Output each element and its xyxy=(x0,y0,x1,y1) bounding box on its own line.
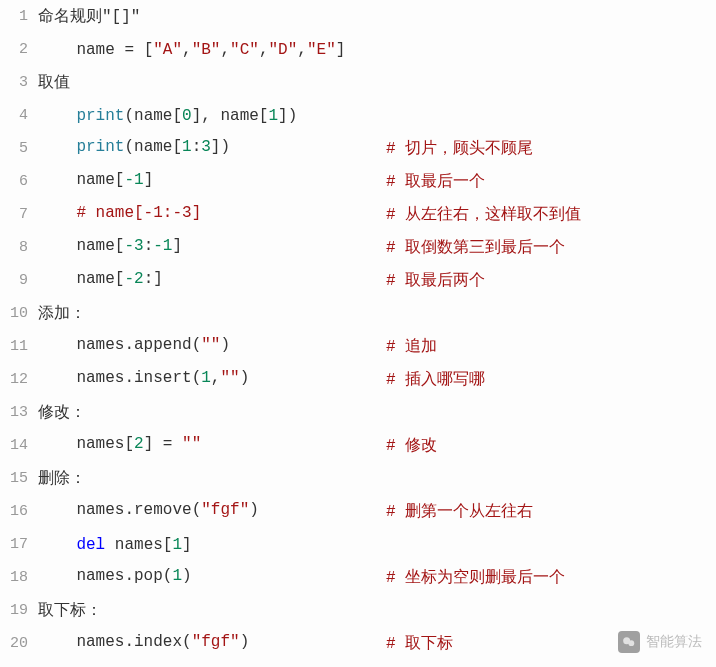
code-line: 3取值 xyxy=(0,66,716,99)
line-number: 6 xyxy=(0,173,38,190)
code-content: print(name[0], name[1]) xyxy=(38,107,716,125)
code-line: 14 names[2] = ""# 修改 xyxy=(0,429,716,462)
token: 命名规则"[]" xyxy=(38,8,140,26)
code-comment: # 修改 xyxy=(386,435,437,456)
code-content: names.pop(1)# 坐标为空则删最后一个 xyxy=(38,567,716,588)
watermark: 智能算法 xyxy=(618,631,702,653)
code-line: 2 name = ["A","B","C","D","E"] xyxy=(0,33,716,66)
token: # 从左往右，这样取不到值 xyxy=(386,206,581,224)
code-line: 4 print(name[0], name[1]) xyxy=(0,99,716,132)
code-main: name = ["A","B","C","D","E"] xyxy=(38,41,386,59)
code-line: 15删除： xyxy=(0,462,716,495)
token xyxy=(38,107,76,125)
token: , xyxy=(220,41,230,59)
line-number: 15 xyxy=(0,470,38,487)
line-number: 8 xyxy=(0,239,38,256)
code-main: 取下标： xyxy=(38,600,386,621)
code-line: 20 names.index("fgf")# 取下标 xyxy=(0,627,716,660)
code-main: print(name[0], name[1]) xyxy=(38,107,386,125)
line-number: 11 xyxy=(0,338,38,355)
token: (name[ xyxy=(124,138,182,156)
token xyxy=(172,435,182,453)
token: name[ xyxy=(38,171,124,189)
code-main: name[-1] xyxy=(38,171,386,192)
token: -3 xyxy=(124,237,143,255)
token: ) xyxy=(240,369,250,387)
token: print xyxy=(76,138,124,156)
token: , xyxy=(297,41,307,59)
token: "A" xyxy=(153,41,182,59)
token: 修改： xyxy=(38,404,86,422)
code-line: 17 del names[1] xyxy=(0,528,716,561)
line-number: 9 xyxy=(0,272,38,289)
code-line: 18 names.pop(1)# 坐标为空则删最后一个 xyxy=(0,561,716,594)
code-content: name = ["A","B","C","D","E"] xyxy=(38,41,716,59)
code-main: 取值 xyxy=(38,72,386,93)
token: -1 xyxy=(124,171,143,189)
code-comment: # 取倒数第三到最后一个 xyxy=(386,237,565,258)
token: 2 xyxy=(134,435,144,453)
token: # name[-1:-3] xyxy=(76,204,201,222)
token: names[ xyxy=(38,435,134,453)
token: # 取最后两个 xyxy=(386,272,485,290)
token: names.insert( xyxy=(38,369,201,387)
token: ] xyxy=(182,536,192,554)
token: "B" xyxy=(192,41,221,59)
token: names.index( xyxy=(38,633,192,651)
token: names[ xyxy=(105,536,172,554)
code-comment: # 取最后两个 xyxy=(386,270,485,291)
token: "" xyxy=(220,369,239,387)
token: ] xyxy=(172,237,182,255)
line-number: 5 xyxy=(0,140,38,157)
line-number: 1 xyxy=(0,8,38,25)
token: ) xyxy=(249,501,259,519)
token: 取下标： xyxy=(38,602,102,620)
code-line: 11 names.append("")# 追加 xyxy=(0,330,716,363)
token: "E" xyxy=(307,41,336,59)
code-content: name[-3:-1]# 取倒数第三到最后一个 xyxy=(38,237,716,258)
code-content: names[2] = ""# 修改 xyxy=(38,435,716,456)
line-number: 20 xyxy=(0,635,38,652)
token: , xyxy=(211,369,221,387)
code-main: name[-2:] xyxy=(38,270,386,291)
code-main: names.append("") xyxy=(38,336,386,357)
token: print xyxy=(76,107,124,125)
token: 1 xyxy=(172,567,182,585)
code-line: 10添加： xyxy=(0,297,716,330)
token: ) xyxy=(240,633,250,651)
token: , xyxy=(259,41,269,59)
code-content: names.append("")# 追加 xyxy=(38,336,716,357)
code-content: # name[-1:-3]# 从左往右，这样取不到值 xyxy=(38,204,716,225)
code-block: 1命名规则"[]"2 name = ["A","B","C","D","E"]3… xyxy=(0,0,716,660)
token: name xyxy=(38,41,124,59)
line-number: 18 xyxy=(0,569,38,586)
code-main: # name[-1:-3] xyxy=(38,204,386,225)
code-line: 13修改： xyxy=(0,396,716,429)
code-content: 取值 xyxy=(38,72,716,93)
token: : xyxy=(144,237,154,255)
watermark-text: 智能算法 xyxy=(646,633,702,651)
line-number: 14 xyxy=(0,437,38,454)
token: 3 xyxy=(201,138,211,156)
token: del xyxy=(76,536,105,554)
token: ) xyxy=(182,567,192,585)
code-content: 修改： xyxy=(38,402,716,423)
token: 添加： xyxy=(38,305,86,323)
code-content: names.index("fgf")# 取下标 xyxy=(38,633,716,654)
token: ]) xyxy=(278,107,297,125)
code-main: names[2] = "" xyxy=(38,435,386,456)
token: # 删第一个从左往右 xyxy=(386,503,533,521)
code-main: names.remove("fgf") xyxy=(38,501,386,522)
code-main: 添加： xyxy=(38,303,386,324)
code-line: 1命名规则"[]" xyxy=(0,0,716,33)
token: # 坐标为空则删最后一个 xyxy=(386,569,565,587)
token: , xyxy=(182,41,192,59)
code-content: 命名规则"[]" xyxy=(38,6,716,27)
token: # 取下标 xyxy=(386,635,453,653)
token: # 取倒数第三到最后一个 xyxy=(386,239,565,257)
line-number: 13 xyxy=(0,404,38,421)
code-comment: # 删第一个从左往右 xyxy=(386,501,533,522)
token: 0 xyxy=(182,107,192,125)
token: 删除： xyxy=(38,470,86,488)
token: ) xyxy=(220,336,230,354)
